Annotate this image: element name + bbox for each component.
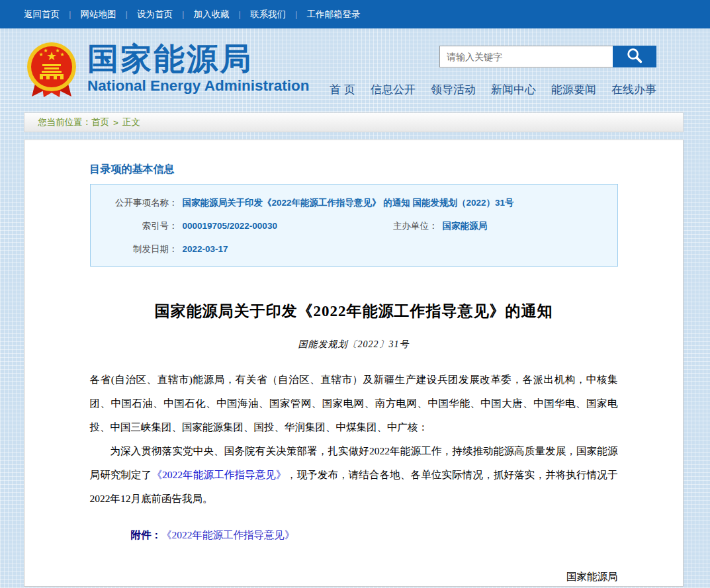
attachment-label: 附件： <box>131 529 162 540</box>
field-value-index-number: 000019705/2022-00030 <box>183 221 375 231</box>
content-panel: 目录项的基本信息 公开事项名称： 国家能源局关于印发《2022年能源工作指导意见… <box>24 140 684 587</box>
guidance-opinions-inline-link[interactable]: 《2022年能源工作指导意见》 <box>152 469 286 480</box>
field-label-disclosure-name: 公开事项名称： <box>91 197 178 209</box>
site-title: 国家能源局 <box>87 42 309 75</box>
search-input[interactable] <box>439 46 613 67</box>
topbar-link-add-favorites[interactable]: 加入收藏 <box>173 9 230 21</box>
topbar-link-contact-us[interactable]: 联系我们 <box>230 9 287 21</box>
nav-item-home[interactable]: 首 页 <box>330 82 355 97</box>
field-label-host-org: 主办单位： <box>375 220 438 232</box>
search-bar <box>439 46 656 67</box>
main-nav: 首 页 信息公开 领导活动 新闻中心 能源要闻 在线办事 <box>330 82 656 97</box>
attachment-link[interactable]: 《2022年能源工作指导意见》 <box>161 529 295 540</box>
field-label-index-number: 索引号： <box>91 220 178 232</box>
topbar-link-set-homepage[interactable]: 设为首页 <box>116 9 173 21</box>
field-value-host-org: 国家能源局 <box>443 220 488 232</box>
svg-text:★: ★ <box>60 52 64 58</box>
catalog-info-box: 公开事项名称： 国家能源局关于印发《2022年能源工作指导意见》 的通知 国能发… <box>90 184 618 267</box>
catalog-row-date: 制发日期： 2022-03-17 <box>91 237 617 261</box>
issuer-name: 国家能源局 <box>90 565 618 587</box>
topbar-link-return-home[interactable]: 返回首页 <box>24 9 60 21</box>
nav-item-online-services[interactable]: 在线办事 <box>611 82 656 97</box>
breadcrumb-home-link[interactable]: 首页 <box>91 116 109 128</box>
nav-item-leader-activities[interactable]: 领导活动 <box>431 82 476 97</box>
nav-item-info-disclosure[interactable]: 信息公开 <box>371 82 416 97</box>
site-title-english: National Energy Administration <box>87 77 309 95</box>
paragraph-body: 为深入贯彻落实党中央、国务院有关决策部署，扎实做好2022年能源工作，持续推动能… <box>90 439 618 511</box>
page: 返回首页 网站地图 设为首页 加入收藏 联系我们 工作邮箱登录 ★ ★ ★ ★ … <box>0 0 710 587</box>
field-label-issue-date: 制发日期： <box>91 243 178 255</box>
catalog-section-title: 目录项的基本信息 <box>90 163 618 177</box>
breadcrumb-label: 您当前位置： <box>38 116 91 128</box>
svg-text:★: ★ <box>43 48 48 54</box>
catalog-row-name: 公开事项名称： 国家能源局关于印发《2022年能源工作指导意见》 的通知 国能发… <box>91 191 617 214</box>
topbar: 返回首页 网站地图 设为首页 加入收藏 联系我们 工作邮箱登录 <box>0 0 710 28</box>
search-icon <box>625 46 644 67</box>
attachment-line: 附件：《2022年能源工作指导意见》 <box>90 523 618 547</box>
search-button[interactable] <box>613 46 656 67</box>
notice-article: 国家能源局关于印发《2022年能源工作指导意见》的通知 国能发规划〔2022〕3… <box>90 301 618 587</box>
document-title: 国家能源局关于印发《2022年能源工作指导意见》的通知 <box>90 301 618 321</box>
catalog-row-index-org: 索引号： 000019705/2022-00030 主办单位： 国家能源局 <box>91 214 617 237</box>
breadcrumb: 您当前位置： 首页 > 正文 <box>24 112 684 132</box>
nav-item-energy-news[interactable]: 能源要闻 <box>551 82 596 97</box>
field-value-issue-date: 2022-03-17 <box>183 244 228 254</box>
paragraph-recipients: 各省(自治区、直辖市)能源局，有关省（自治区、直辖市）及新疆生产建设兵团发展改革… <box>90 368 618 439</box>
breadcrumb-current[interactable]: 正文 <box>122 116 140 128</box>
topbar-link-work-email-login[interactable]: 工作邮箱登录 <box>286 9 361 21</box>
national-emblem-icon: ★ ★ ★ ★ ★ <box>24 40 79 102</box>
field-value-disclosure-name: 国家能源局关于印发《2022年能源工作指导意见》 的通知 国能发规划（2022）… <box>183 197 514 209</box>
topbar-link-sitemap[interactable]: 网站地图 <box>60 9 116 21</box>
brand: ★ ★ ★ ★ ★ 国家能源局 National Energy Administ… <box>24 38 309 102</box>
breadcrumb-separator: > <box>113 118 118 128</box>
document-number: 国能发规划〔2022〕31号 <box>90 339 618 351</box>
site-header: ★ ★ ★ ★ ★ 国家能源局 National Energy Administ… <box>0 28 710 112</box>
nav-item-news-center[interactable]: 新闻中心 <box>491 82 536 97</box>
